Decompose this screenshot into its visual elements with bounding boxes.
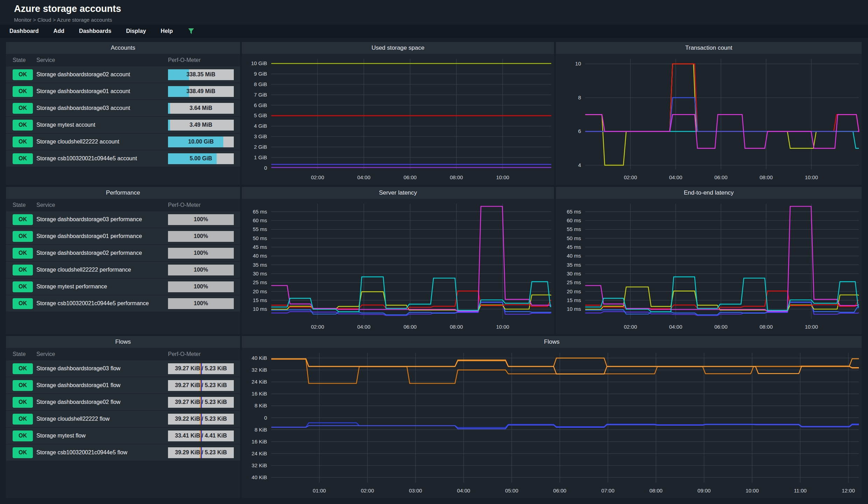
x-tick-label: 12:00 xyxy=(842,488,855,493)
state-badge: OK xyxy=(13,120,33,131)
y-tick-label: 10 ms xyxy=(253,306,267,312)
y-tick-label: 4 GiB xyxy=(254,123,267,129)
perf-o-meter[interactable]: 100% xyxy=(168,231,234,242)
table-row[interactable]: OKStorage dashboardstorage01 performance… xyxy=(6,228,240,244)
perf-o-meter[interactable]: 338.49 MiB xyxy=(168,86,234,97)
table-row[interactable]: OKStorage cloudshell22222 performance100… xyxy=(6,262,240,278)
perf-o-meter[interactable]: 3.64 MiB xyxy=(168,103,234,114)
perf-o-meter[interactable]: 33.41 KiB / 4.41 KiB xyxy=(168,430,234,441)
service-link[interactable]: Storage csb100320021c0944e5 performance xyxy=(36,300,168,307)
service-link[interactable]: Storage dashboardstorage01 performance xyxy=(36,233,168,239)
service-link[interactable]: Storage csb100320021c0944e5 account xyxy=(36,155,168,162)
col-state: State xyxy=(13,351,36,357)
service-link[interactable]: Storage dashboardstorage02 flow xyxy=(36,399,168,405)
table-row[interactable]: OKStorage mytest flow33.41 KiB / 4.41 Ki… xyxy=(6,428,240,444)
perf-o-meter[interactable]: 100% xyxy=(168,248,234,259)
perf-o-meter[interactable]: 39.22 KiB / 5.23 KiB xyxy=(168,414,234,425)
menu-item-add[interactable]: Add xyxy=(54,28,64,34)
perf-o-meter[interactable]: 100% xyxy=(168,298,234,309)
table-row[interactable]: OKStorage mytest account3.49 MiB xyxy=(6,117,240,133)
perf-o-meter-label: 10.00 GiB xyxy=(168,136,234,147)
x-tick-label: 04:00 xyxy=(457,488,470,493)
filter-funnel-icon[interactable] xyxy=(188,28,195,35)
menu-item-display[interactable]: Display xyxy=(126,28,146,34)
y-tick-label: 3 GiB xyxy=(254,133,267,139)
table-row[interactable]: OKStorage cloudshell22222 account10.00 G… xyxy=(6,134,240,150)
y-tick-label: 60 ms xyxy=(567,217,581,223)
menu-item-dashboards[interactable]: Dashboards xyxy=(79,28,111,34)
breadcrumb: Monitor > Cloud > Azure storage accounts xyxy=(14,17,121,23)
table-row[interactable]: OKStorage dashboardstorage01 flow39.27 K… xyxy=(6,377,240,393)
y-tick-label: 40 ms xyxy=(253,253,267,259)
table-row[interactable]: OKStorage csb100320021c0944e5 account5.0… xyxy=(6,150,240,167)
service-link[interactable]: Storage mytest flow xyxy=(36,433,168,439)
perf-o-meter-label: 3.64 MiB xyxy=(168,103,234,114)
perf-o-meter[interactable]: 100% xyxy=(168,214,234,225)
y-tick-label: 4 xyxy=(578,162,581,168)
service-link[interactable]: Storage cloudshell22222 performance xyxy=(36,267,168,273)
panel-e2e-latency-chart: End-to-end latency 02:0004:0006:0008:001… xyxy=(556,187,862,334)
service-link[interactable]: Storage dashboardstorage02 performance xyxy=(36,250,168,256)
col-state: State xyxy=(13,57,36,63)
col-service: Service xyxy=(36,202,168,208)
perf-o-meter[interactable]: 39.27 KiB / 5.23 KiB xyxy=(168,380,234,391)
perf-o-meter[interactable]: 338.35 MiB xyxy=(168,69,234,80)
y-tick-label: 65 ms xyxy=(567,209,581,215)
service-link[interactable]: Storage cloudshell22222 flow xyxy=(36,416,168,422)
table-row[interactable]: OKStorage dashboardstorage02 flow39.27 K… xyxy=(6,394,240,410)
table-row[interactable]: OKStorage dashboardstorage01 account338.… xyxy=(6,83,240,99)
service-link[interactable]: Storage csb100320021c0944e5 flow xyxy=(36,449,168,456)
perf-o-meter[interactable]: 5.00 GiB xyxy=(168,153,234,164)
y-tick-label: 40 ms xyxy=(567,253,581,259)
panel-performance: Performance State Service Perf-O-Meter O… xyxy=(6,187,240,334)
table-row[interactable]: OKStorage cloudshell22222 flow39.22 KiB … xyxy=(6,411,240,427)
table-row[interactable]: OKStorage dashboardstorage03 performance… xyxy=(6,211,240,227)
table-row[interactable]: OKStorage mytest performance100% xyxy=(6,279,240,295)
state-badge: OK xyxy=(13,214,33,225)
x-tick-label: 08:00 xyxy=(450,174,463,180)
table-row[interactable]: OKStorage dashboardstorage02 performance… xyxy=(6,245,240,261)
service-link[interactable]: Storage dashboardstorage01 flow xyxy=(36,382,168,388)
service-link[interactable]: Storage cloudshell22222 account xyxy=(36,139,168,145)
table-row[interactable]: OKStorage csb100320021c0944e5 performanc… xyxy=(6,295,240,312)
y-tick-label: 15 ms xyxy=(253,297,267,303)
y-tick-label: 20 ms xyxy=(253,288,267,294)
perf-o-meter[interactable]: 39.27 KiB / 5.23 KiB xyxy=(168,397,234,408)
service-link[interactable]: Storage dashboardstorage02 account xyxy=(36,71,168,78)
service-link[interactable]: Storage dashboardstorage03 performance xyxy=(36,216,168,223)
perf-o-meter-label: 5.00 GiB xyxy=(168,153,234,164)
table-row[interactable]: OKStorage dashboardstorage02 account338.… xyxy=(6,66,240,83)
x-tick-label: 02:00 xyxy=(624,324,637,330)
perf-o-meter[interactable]: 39.27 KiB / 5.23 KiB xyxy=(168,363,234,374)
transaction-count-chart[interactable]: 02:0004:0006:0008:0010:0046810 xyxy=(556,54,862,185)
page-title: Azure storage accounts xyxy=(14,4,121,14)
state-badge: OK xyxy=(13,397,33,408)
end-to-end-latency-chart[interactable]: 02:0004:0006:0008:0010:0010 ms15 ms20 ms… xyxy=(556,199,862,334)
table-row[interactable]: OKStorage dashboardstorage03 flow39.27 K… xyxy=(6,360,240,377)
service-link[interactable]: Storage mytest performance xyxy=(36,284,168,290)
service-link[interactable]: Storage dashboardstorage03 flow xyxy=(36,365,168,372)
state-badge: OK xyxy=(13,136,33,147)
menu-item-dashboard[interactable]: Dashboard xyxy=(9,28,39,34)
perf-o-meter-label: 39.27 KiB / 5.23 KiB xyxy=(168,397,234,408)
menu-item-help[interactable]: Help xyxy=(161,28,173,34)
perf-o-meter[interactable]: 39.29 KiB / 5.23 KiB xyxy=(168,447,234,458)
y-tick-label: 10 xyxy=(575,61,581,66)
perf-o-meter[interactable]: 10.00 GiB xyxy=(168,136,234,147)
state-badge: OK xyxy=(13,414,33,425)
service-link[interactable]: Storage dashboardstorage01 account xyxy=(36,88,168,94)
service-link[interactable]: Storage dashboardstorage03 account xyxy=(36,105,168,111)
panel-flows-table-title: Flows xyxy=(6,336,240,348)
table-row[interactable]: OKStorage dashboardstorage03 account3.64… xyxy=(6,100,240,116)
flows-chart[interactable]: 01:0002:0003:0004:0005:0006:0007:0008:00… xyxy=(242,348,862,498)
y-tick-label: 16 KiB xyxy=(252,439,267,444)
y-tick-label: 35 ms xyxy=(567,262,581,268)
perf-o-meter[interactable]: 3.49 MiB xyxy=(168,120,234,131)
used-storage-chart[interactable]: 02:0004:0006:0008:0010:0001 GiB2 GiB3 Gi… xyxy=(242,54,554,185)
server-latency-chart[interactable]: 02:0004:0006:0008:0010:0010 ms15 ms20 ms… xyxy=(242,199,554,334)
service-link[interactable]: Storage mytest account xyxy=(36,122,168,128)
table-row[interactable]: OKStorage csb100320021c0944e5 flow39.29 … xyxy=(6,444,240,461)
perf-o-meter[interactable]: 100% xyxy=(168,281,234,292)
perf-o-meter[interactable]: 100% xyxy=(168,265,234,275)
panel-flows-table: Flows State Service Perf-O-Meter OKStora… xyxy=(6,336,240,498)
